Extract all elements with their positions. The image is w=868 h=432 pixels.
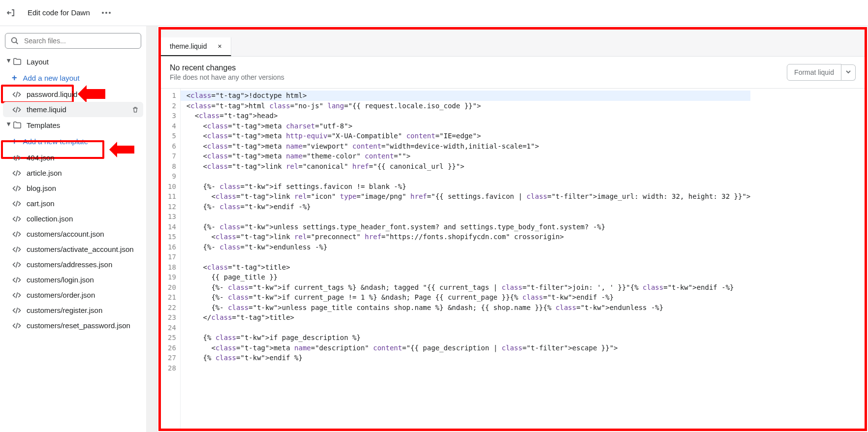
- add-template-button[interactable]: + Add a new template: [3, 133, 143, 150]
- file-label: customers/activate_account.json: [27, 245, 134, 253]
- status-subtitle: File does not have any other versions: [170, 73, 284, 81]
- file-customers-register-json[interactable]: customers/register.json: [3, 303, 143, 318]
- file-customers-account-json[interactable]: customers/account.json: [3, 226, 143, 242]
- file-cart-json[interactable]: cart.json: [3, 196, 143, 211]
- folder-label: Layout: [27, 58, 49, 66]
- folder-layout[interactable]: ▶ Layout: [3, 54, 143, 69]
- file-theme[interactable]: theme.liquid: [3, 102, 143, 117]
- tabs-bar: theme.liquid ×: [161, 30, 865, 57]
- code-file-icon: [12, 291, 22, 299]
- code-file-icon: [12, 185, 22, 192]
- status-title: No recent changes: [170, 63, 284, 72]
- line-number-gutter: 1234567891011121314151617181920212223242…: [161, 89, 181, 429]
- file-customers-login-json[interactable]: customers/login.json: [3, 272, 143, 287]
- file-label: customers/register.json: [27, 306, 102, 314]
- file-customers-order-json[interactable]: customers/order.json: [3, 287, 143, 303]
- plus-icon: +: [12, 73, 17, 83]
- file-password[interactable]: password.liquid: [3, 87, 143, 102]
- format-liquid-button[interactable]: Format liquid: [787, 64, 841, 81]
- add-label: Add a new layout: [23, 74, 80, 82]
- add-label: Add a new template: [23, 137, 89, 146]
- folder-icon: [13, 121, 22, 129]
- trash-icon[interactable]: [131, 106, 139, 114]
- more-menu-icon[interactable]: [102, 12, 111, 14]
- page-title: Edit code for Dawn: [28, 8, 90, 17]
- file-label: customers/addresses.json: [27, 260, 112, 269]
- code-lines[interactable]: <class="t-tag">!doctype html><class="t-t…: [181, 89, 750, 429]
- tab-close-icon[interactable]: ×: [218, 42, 222, 50]
- folder-label: Templates: [27, 121, 60, 129]
- chevron-down-icon: ▶: [6, 59, 12, 64]
- code-file-icon: [12, 106, 22, 114]
- file-article-json[interactable]: article.json: [3, 165, 143, 181]
- plus-icon: +: [12, 136, 17, 147]
- chevron-down-icon: ▶: [6, 122, 12, 128]
- file-404-json[interactable]: 404.json: [3, 150, 143, 165]
- file-label: customers/login.json: [27, 276, 94, 284]
- code-file-icon: [12, 307, 22, 314]
- code-file-icon: [12, 276, 22, 284]
- file-label: customers/account.json: [27, 230, 104, 238]
- file-blog-json[interactable]: blog.json: [3, 181, 143, 196]
- exit-icon[interactable]: [6, 8, 16, 18]
- file-label: theme.liquid: [27, 105, 66, 114]
- format-dropdown-button[interactable]: [841, 64, 856, 81]
- code-file-icon: [12, 200, 22, 208]
- file-collection-json[interactable]: collection.json: [3, 211, 143, 226]
- topbar: Edit code for Dawn: [0, 0, 868, 26]
- editor-area: theme.liquid × No recent changes File do…: [158, 27, 867, 431]
- folder-icon: [13, 57, 22, 66]
- file-customers-reset_password-json[interactable]: customers/reset_password.json: [3, 318, 143, 333]
- code-file-icon: [12, 322, 22, 330]
- search-input[interactable]: [24, 37, 136, 45]
- svg-point-0: [12, 38, 17, 43]
- tab-label: theme.liquid: [170, 42, 207, 50]
- file-label: customers/reset_password.json: [27, 321, 130, 330]
- search-input-wrap[interactable]: [5, 33, 141, 49]
- file-label: password.liquid: [27, 90, 77, 98]
- folder-templates[interactable]: ▶ Templates: [3, 117, 143, 133]
- add-layout-button[interactable]: + Add a new layout: [3, 69, 143, 87]
- file-label: customers/order.json: [27, 291, 95, 299]
- file-label: blog.json: [27, 184, 56, 192]
- tab-theme-liquid[interactable]: theme.liquid ×: [161, 37, 231, 56]
- sidebar-scrollbar[interactable]: [146, 26, 157, 432]
- code-file-icon: [12, 230, 22, 238]
- code-file-icon: [12, 169, 22, 177]
- code-file-icon: [12, 91, 22, 98]
- chevron-down-icon: [845, 69, 851, 75]
- code-file-icon: [12, 154, 22, 162]
- file-label: cart.json: [27, 199, 55, 208]
- code-file-icon: [12, 261, 22, 269]
- file-sidebar: ▶ Layout + Add a new layout password.liq…: [0, 26, 146, 432]
- status-bar: No recent changes File does not have any…: [161, 57, 865, 89]
- file-customers-addresses-json[interactable]: customers/addresses.json: [3, 257, 143, 272]
- code-file-icon: [12, 246, 22, 253]
- file-label: article.json: [27, 169, 62, 177]
- code-editor[interactable]: 1234567891011121314151617181920212223242…: [161, 89, 865, 429]
- file-customers-activate_account-json[interactable]: customers/activate_account.json: [3, 242, 143, 257]
- file-label: 404.json: [27, 154, 55, 162]
- file-label: collection.json: [27, 215, 73, 223]
- code-file-icon: [12, 215, 22, 223]
- search-icon: [10, 36, 19, 45]
